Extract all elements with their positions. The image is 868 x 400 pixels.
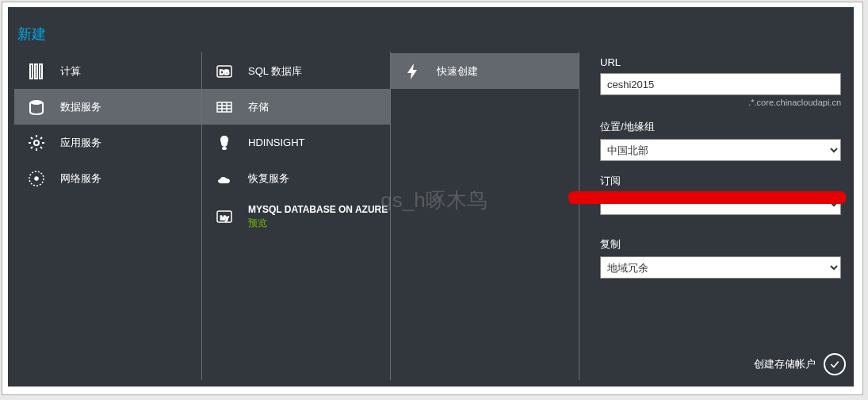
panel-title: 新建: [17, 26, 46, 42]
subscription-group: 订阅: [600, 174, 841, 215]
category-compute[interactable]: 计算: [14, 53, 201, 89]
panel-header: 新建: [8, 7, 854, 52]
hdinsight-icon: [213, 132, 235, 154]
location-label: 位置/地缘组: [600, 120, 841, 134]
submit-label: 创建存储帐户: [754, 357, 816, 371]
svg-text:My: My: [220, 214, 229, 221]
url-label: URL: [600, 56, 841, 68]
lightning-icon: [402, 60, 424, 83]
menu-label: SQL 数据库: [248, 64, 390, 79]
replication-select[interactable]: 地域冗余: [600, 256, 841, 279]
preview-badge: 预览: [248, 217, 388, 230]
check-icon: [829, 359, 840, 370]
data-icon: x: [25, 96, 48, 118]
menu-label: 存储: [248, 100, 390, 114]
panel-footer: 创建存储帐户: [754, 348, 846, 380]
menu-label: MYSQL DATABASE ON AZURE: [248, 204, 388, 215]
service-sql-database[interactable]: DB SQL 数据库: [202, 53, 390, 89]
subscription-label: 订阅: [600, 174, 841, 188]
menu-label: 数据服务: [60, 100, 201, 114]
service-recovery[interactable]: 恢复服务: [202, 160, 390, 196]
location-select[interactable]: 中国北部: [600, 139, 841, 161]
menu-labels: MYSQL DATABASE ON AZURE 预览: [248, 204, 388, 230]
url-input[interactable]: [600, 73, 841, 95]
outer-frame: 新建 计算 x 数据服务 应用服务: [2, 2, 863, 395]
svg-point-15: [222, 147, 227, 150]
category-network-services[interactable]: 网络服务: [14, 160, 201, 196]
svg-point-7: [35, 177, 38, 180]
menu-label: 网络服务: [60, 171, 201, 186]
svg-text:x: x: [34, 103, 40, 112]
menu-label: 恢复服务: [248, 171, 390, 186]
category-app-services[interactable]: 应用服务: [14, 125, 201, 160]
service-storage[interactable]: 存储: [202, 89, 390, 125]
service-column: DB SQL 数据库 存储 HDINSIGHT 恢复服务: [201, 52, 390, 380]
columns: 计算 x 数据服务 应用服务 网络服务: [8, 52, 854, 387]
mysql-icon: My: [213, 206, 235, 228]
recovery-icon: [213, 167, 235, 190]
svg-rect-10: [217, 102, 231, 112]
replication-label: 复制: [600, 237, 841, 252]
submit-button[interactable]: [824, 353, 846, 375]
category-column: 计算 x 数据服务 应用服务 网络服务: [14, 52, 201, 380]
svg-rect-2: [40, 64, 42, 79]
category-data-services[interactable]: x 数据服务: [14, 89, 201, 125]
create-panel: 新建 计算 x 数据服务 应用服务: [8, 7, 854, 387]
service-hdinsight[interactable]: HDINSIGHT: [202, 125, 390, 160]
network-icon: [25, 167, 48, 190]
compute-icon: [25, 60, 48, 83]
storage-icon: [213, 96, 235, 118]
menu-label: 应用服务: [60, 136, 201, 150]
url-group: URL .*.core.chinacloudapi.cn: [600, 56, 841, 107]
form-column: URL .*.core.chinacloudapi.cn 位置/地缘组 中国北部…: [579, 52, 841, 380]
service-mysql-azure[interactable]: My MYSQL DATABASE ON AZURE 预览: [202, 196, 390, 238]
svg-rect-1: [35, 64, 37, 79]
url-suffix: .*.core.chinacloudapi.cn: [600, 98, 841, 107]
menu-label: HDINSIGHT: [248, 137, 390, 148]
action-quick-create[interactable]: 快速创建: [391, 53, 579, 89]
db-icon: DB: [213, 60, 235, 83]
subscription-select[interactable]: [600, 193, 841, 215]
menu-label: 计算: [60, 64, 201, 79]
replication-group: 复制 地域冗余: [600, 237, 841, 279]
app-icon: [25, 132, 48, 154]
menu-label: 快速创建: [437, 64, 579, 79]
svg-point-5: [34, 140, 39, 145]
svg-text:DB: DB: [220, 68, 230, 76]
action-column: 快速创建: [390, 52, 579, 380]
location-group: 位置/地缘组 中国北部: [600, 120, 841, 161]
svg-rect-0: [30, 64, 33, 79]
